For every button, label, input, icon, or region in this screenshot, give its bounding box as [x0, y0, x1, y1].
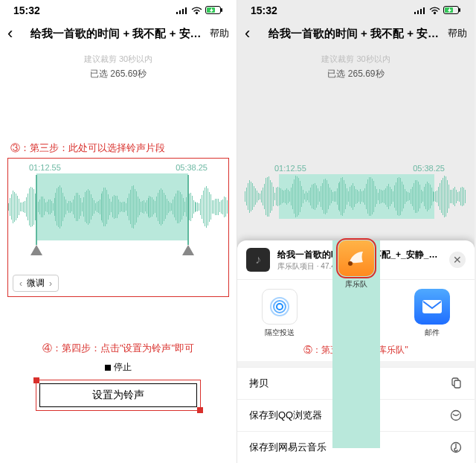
svg-rect-10	[423, 7, 425, 14]
waveform[interactable]	[245, 174, 467, 219]
svg-rect-1	[179, 10, 181, 14]
hint-trim: 建议裁剪 30秒以内	[0, 54, 237, 65]
svg-rect-19	[422, 300, 442, 313]
garageband-icon	[338, 240, 374, 276]
share-sheet: ♪ 给我一首歌的时间_+_我不配_+_安静_+_… 库乐队项目 · 47.4 M…	[237, 240, 475, 463]
svg-rect-12	[459, 8, 460, 12]
trim-handle-right[interactable]	[182, 245, 194, 255]
airdrop-icon	[262, 289, 298, 325]
signal-icon	[176, 7, 188, 15]
status-time: 15:32	[251, 4, 277, 16]
screenshot-right: 15:32 ‹ 给我一首歌的时间 + 我不配 + 安… 帮助 建议裁剪 30秒以…	[237, 0, 475, 463]
svg-rect-3	[185, 7, 187, 14]
annotation-step4: ④：第四步：点击"设置为铃声"即可	[0, 339, 237, 358]
clip-end-time: 05:38.25	[413, 164, 445, 173]
wifi-icon	[429, 7, 440, 15]
qq-browser-icon	[449, 409, 463, 422]
waveform[interactable]	[8, 173, 228, 255]
page-title: 给我一首歌的时间 + 我不配 + 安…	[260, 27, 448, 41]
stop-control[interactable]: 停止	[0, 361, 237, 374]
svg-rect-8	[417, 10, 419, 14]
file-thumbnail: ♪	[246, 248, 270, 272]
svg-point-14	[277, 304, 283, 310]
status-bar: 15:32	[0, 0, 237, 18]
waveform-highlight-box: 01:12.55 05:38.25 ‹ 微调 ›	[7, 158, 229, 297]
trim-handle-left[interactable]	[30, 245, 42, 255]
status-icons	[414, 6, 461, 15]
fine-tune-control[interactable]: ‹ 微调 ›	[13, 275, 59, 292]
share-app-mail[interactable]: 邮件	[408, 289, 456, 338]
annotation-step3: ③：第三步：此处可以选择铃声片段	[0, 138, 237, 158]
clip-start-time: 01:12.55	[274, 164, 306, 173]
back-button[interactable]: ‹	[7, 24, 22, 43]
svg-point-17	[348, 261, 353, 266]
screenshot-left: 15:32 ‹ 给我一首歌的时间 + 我不配 + 安… 帮助 建议裁剪 30秒以…	[0, 0, 237, 463]
status-icons	[176, 6, 223, 15]
battery-icon	[205, 6, 223, 15]
svg-rect-0	[176, 12, 178, 14]
svg-rect-2	[182, 9, 184, 14]
svg-rect-5	[221, 8, 222, 12]
help-link[interactable]: 帮助	[448, 27, 467, 40]
hint-selected: 已选 265.69秒	[0, 68, 237, 80]
hint-selected: 已选 265.69秒	[237, 68, 475, 80]
status-time: 15:32	[13, 4, 40, 16]
close-sheet-button[interactable]: ✕	[449, 252, 466, 268]
copy-icon	[449, 377, 463, 390]
wifi-icon	[191, 7, 202, 15]
clip-start-time: 01:12.55	[29, 163, 61, 172]
chevron-left-icon[interactable]: ‹	[19, 278, 22, 289]
clip-end-time: 05:38.25	[176, 163, 208, 172]
set-ringtone-highlight: 设置为铃声	[36, 380, 201, 411]
share-app-garageband[interactable]: 库乐队	[332, 240, 380, 448]
battery-icon	[443, 6, 461, 15]
svg-rect-7	[414, 12, 416, 14]
svg-rect-9	[420, 9, 422, 14]
stop-icon	[105, 365, 111, 371]
back-button[interactable]: ‹	[245, 24, 260, 43]
netease-icon	[449, 441, 463, 454]
mail-icon	[414, 289, 450, 325]
help-link[interactable]: 帮助	[210, 27, 229, 40]
hint-trim: 建议裁剪 30秒以内	[237, 54, 475, 65]
status-bar: 15:32	[237, 0, 475, 18]
nav-bar: ‹ 给我一首歌的时间 + 我不配 + 安… 帮助	[237, 18, 475, 48]
signal-icon	[414, 7, 426, 15]
svg-point-15	[274, 301, 286, 313]
set-ringtone-button[interactable]: 设置为铃声	[39, 383, 197, 407]
chevron-right-icon[interactable]: ›	[49, 278, 52, 289]
nav-bar: ‹ 给我一首歌的时间 + 我不配 + 安… 帮助	[0, 18, 237, 48]
page-title: 给我一首歌的时间 + 我不配 + 安…	[22, 27, 210, 41]
fine-tune-label: 微调	[27, 277, 45, 290]
svg-rect-21	[454, 380, 460, 388]
share-app-airdrop[interactable]: 隔空投送	[256, 289, 303, 338]
